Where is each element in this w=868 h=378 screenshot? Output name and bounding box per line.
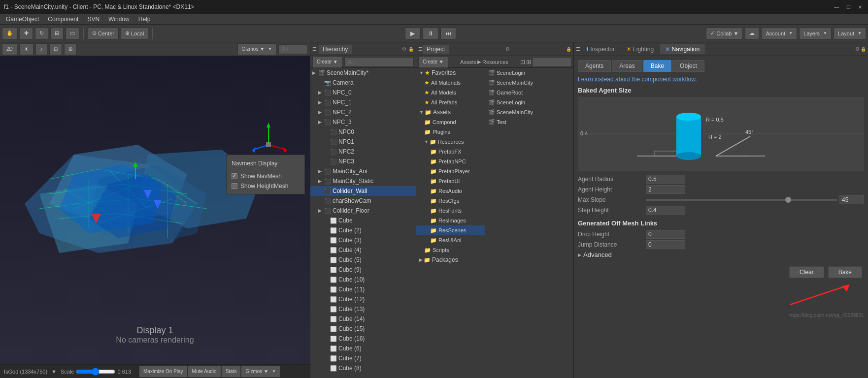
lighting-tab[interactable]: ☀ Lighting bbox=[621, 44, 659, 54]
hierarchy-item-1[interactable]: 📷 Camera bbox=[310, 78, 416, 88]
maximize-button[interactable]: ☐ bbox=[844, 3, 852, 11]
close-button[interactable]: ✕ bbox=[856, 3, 864, 11]
tool-scale[interactable]: ⊞ bbox=[50, 28, 64, 39]
menu-svn[interactable]: SVN bbox=[83, 15, 103, 24]
scene-view[interactable]: < Persp bbox=[0, 56, 310, 364]
compond-item[interactable]: 📁 Compond bbox=[416, 117, 485, 127]
hierarchy-search[interactable] bbox=[344, 57, 414, 67]
step-button[interactable]: ⏭ bbox=[440, 28, 456, 39]
resscenes-item[interactable]: 📁 ResScenes bbox=[416, 225, 485, 235]
tool-move[interactable]: ✚ bbox=[20, 28, 33, 39]
resources-tree-item[interactable]: ▼ 📁 Resources bbox=[416, 137, 485, 147]
hierarchy-item-0[interactable]: ▶ 🎬 SceneMainCity* bbox=[310, 68, 416, 78]
tool-rect[interactable]: ▭ bbox=[66, 28, 79, 39]
scenemaincity-file[interactable]: 🎬 SceneMainCity bbox=[485, 78, 573, 88]
layout-dropdown[interactable]: Layout bbox=[834, 28, 866, 39]
scenelogin-file-2[interactable]: 🎬 SceneLogin bbox=[485, 97, 573, 107]
hierarchy-item-16[interactable]: ⬜ Cube (2) bbox=[310, 225, 416, 235]
menu-window[interactable]: Window bbox=[104, 15, 134, 24]
hierarchy-item-18[interactable]: ⬜ Cube (4) bbox=[310, 245, 416, 255]
hierarchy-item-5[interactable]: ▶ ⬛ NPC_3 bbox=[310, 117, 416, 127]
show-navmesh-checkbox[interactable] bbox=[232, 173, 237, 179]
hierarchy-item-24[interactable]: ⬜ Cube (13) bbox=[310, 304, 416, 314]
gizmos-status-btn[interactable]: Gizmos ▼ bbox=[241, 366, 280, 378]
menu-help[interactable]: Help bbox=[134, 15, 155, 24]
bake-tab[interactable]: Bake bbox=[643, 60, 671, 72]
project-create-btn[interactable]: Create ▼ bbox=[418, 56, 448, 68]
pivot-center-button[interactable]: ⊙ Center bbox=[88, 28, 119, 39]
agent-height-input[interactable] bbox=[646, 185, 685, 194]
resaudio-item[interactable]: 📁 ResAudio bbox=[416, 186, 485, 196]
show-heightmesh-checkbox[interactable] bbox=[232, 183, 237, 189]
hierarchy-lock-icon[interactable]: 🔒 bbox=[408, 47, 414, 52]
scripts-item[interactable]: 📁 Scripts bbox=[416, 245, 485, 255]
step-height-input[interactable] bbox=[646, 206, 685, 215]
prefabplayer-item[interactable]: 📁 PrefabPlayer bbox=[416, 166, 485, 176]
pause-button[interactable]: ⏸ bbox=[423, 28, 438, 39]
clear-button[interactable]: Clear bbox=[789, 266, 824, 278]
project-files[interactable]: 🎬 SceneLogin 🎬 SceneMainCity 🎬 GameRoot … bbox=[485, 68, 573, 378]
collab-button[interactable]: ✓ Collab ▼ bbox=[706, 28, 743, 39]
scenemaincity-file-2[interactable]: 🎬 SceneMainCity bbox=[485, 107, 573, 117]
hierarchy-item-21[interactable]: ⬜ Cube (10) bbox=[310, 275, 416, 284]
hierarchy-item-12[interactable]: ⬛ Collider_Wall bbox=[310, 186, 416, 196]
object-tab[interactable]: Object bbox=[672, 60, 704, 72]
areas-tab[interactable]: Areas bbox=[612, 60, 642, 72]
prefabnpc-item[interactable]: 📁 PrefabNPC bbox=[416, 157, 485, 166]
mute-audio-btn[interactable]: Mute Audio bbox=[188, 366, 221, 378]
menu-gameobject[interactable]: GameObject bbox=[2, 15, 43, 24]
show-heightmesh-row[interactable]: Show HeightMesh bbox=[227, 181, 304, 191]
rescfgs-item[interactable]: 📁 ResCfgs bbox=[416, 196, 485, 206]
packages-item[interactable]: ▶ 📁 Packages bbox=[416, 255, 485, 265]
hierarchy-item-17[interactable]: ⬜ Cube (3) bbox=[310, 235, 416, 245]
hierarchy-item-4[interactable]: ▶ ⬛ NPC_2 bbox=[310, 107, 416, 117]
prefabfx-item[interactable]: 📁 PrefabFX bbox=[416, 147, 485, 157]
scenelogin-file-1[interactable]: 🎬 SceneLogin bbox=[485, 68, 573, 78]
minimize-button[interactable]: — bbox=[833, 3, 840, 11]
hierarchy-item-6[interactable]: ⬛ NPC0 bbox=[310, 127, 416, 137]
hierarchy-item-22[interactable]: ⬜ Cube (11) bbox=[310, 284, 416, 294]
project-tree[interactable]: ▼ ★ Favorites ★ All Materials ★ All Mode… bbox=[416, 68, 485, 378]
hierarchy-settings-icon[interactable]: ⚙ bbox=[402, 46, 406, 52]
hierarchy-item-30[interactable]: ⬜ Cube (8) bbox=[310, 363, 416, 373]
tool-rotate[interactable]: ↻ bbox=[35, 28, 48, 39]
hierarchy-item-3[interactable]: ▶ ⬛ NPC_1 bbox=[310, 97, 416, 107]
audio-button[interactable]: ♪ bbox=[35, 43, 47, 55]
scene-search[interactable] bbox=[278, 44, 308, 54]
plugins-item[interactable]: 📁 Plugins bbox=[416, 127, 485, 137]
hierarchy-item-28[interactable]: ⬜ Cube (6) bbox=[310, 344, 416, 353]
navigation-tab[interactable]: ✕ Navigation bbox=[660, 44, 705, 54]
hierarchy-item-27[interactable]: ⬜ Cube (16) bbox=[310, 334, 416, 344]
menu-component[interactable]: Component bbox=[44, 15, 82, 24]
layers-dropdown[interactable]: Layers bbox=[799, 28, 832, 39]
all-materials-item[interactable]: ★ All Materials bbox=[416, 78, 485, 88]
gameroot-file[interactable]: 🎬 GameRoot bbox=[485, 88, 573, 97]
hierarchy-create-btn[interactable]: Create ▼ bbox=[312, 56, 342, 68]
jump-distance-input[interactable] bbox=[646, 240, 685, 249]
local-button[interactable]: ⊕ Local bbox=[121, 28, 148, 39]
hierarchy-item-23[interactable]: ⬜ Cube (12) bbox=[310, 294, 416, 304]
proj-icon-1[interactable]: ⊡ bbox=[520, 59, 525, 65]
max-slope-slider[interactable] bbox=[646, 199, 837, 201]
resfonts-item[interactable]: 📁 ResFonts bbox=[416, 206, 485, 216]
project-search[interactable] bbox=[532, 57, 571, 67]
proj-icon-2[interactable]: ⊞ bbox=[526, 59, 531, 65]
inspector-tab[interactable]: ℹ Inspector bbox=[581, 44, 620, 54]
learn-link[interactable]: Learn instead about the component workfl… bbox=[578, 76, 864, 83]
hierarchy-item-11[interactable]: ▶ ⬛ MainCity_Static bbox=[310, 176, 416, 186]
2d-button[interactable]: 2D bbox=[2, 43, 17, 55]
hierarchy-item-13[interactable]: ⬛ charShowCam bbox=[310, 196, 416, 206]
all-models-item[interactable]: ★ All Models bbox=[416, 88, 485, 97]
advanced-row[interactable]: ▶ Advanced bbox=[578, 251, 864, 258]
cloud-button[interactable]: ☁ bbox=[745, 28, 759, 39]
hierarchy-item-2[interactable]: ▶ ⬛ NPC_0 bbox=[310, 88, 416, 97]
vfx-button[interactable]: ⊡ bbox=[49, 43, 62, 55]
project-settings-icon[interactable]: ⚙ bbox=[505, 46, 510, 52]
hierarchy-item-9[interactable]: ⬛ NPC3 bbox=[310, 157, 416, 166]
agent-radius-input[interactable] bbox=[646, 175, 685, 184]
agents-tab[interactable]: Agents bbox=[578, 60, 611, 72]
lighting-button[interactable]: ☀ bbox=[19, 43, 33, 55]
hierarchy-body[interactable]: ▶ 🎬 SceneMainCity* 📷 Camera ▶ ⬛ NPC_0 ▶ … bbox=[310, 68, 416, 378]
show-navmesh-row[interactable]: Show NavMesh bbox=[227, 171, 304, 181]
inspector-settings-icon[interactable]: ⚙ bbox=[855, 46, 860, 52]
